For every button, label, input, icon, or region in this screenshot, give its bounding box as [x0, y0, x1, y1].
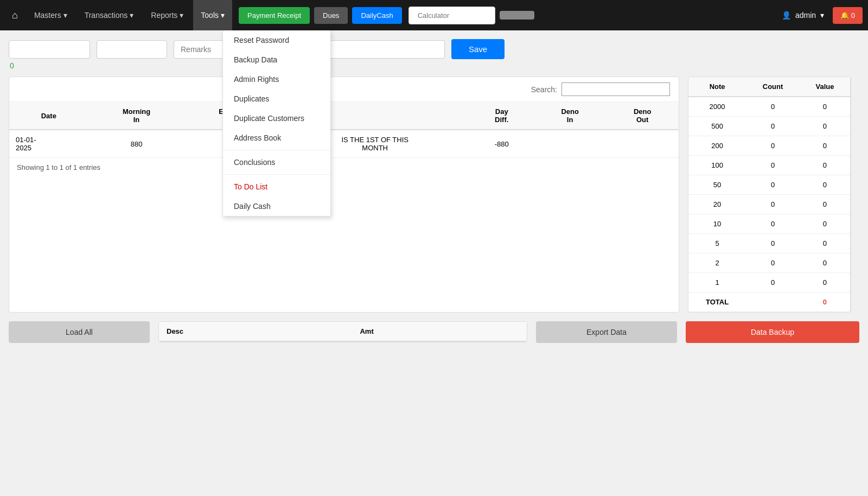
deno-table: Note Count Value 200000 50000 20000 1000… — [688, 77, 850, 312]
tools-dropdown-menu: Reset Password Backup Data Admin Rights … — [222, 30, 331, 217]
total-label: TOTAL — [688, 292, 746, 312]
cell-morning-in: 880 — [88, 130, 185, 158]
table-search-row: Search: — [9, 77, 679, 102]
desc-table: Desc Amt — [159, 322, 527, 342]
masters-label: Masters — [34, 11, 61, 20]
navbar: ⌂ Masters ▾ Transactions ▾ Reports ▾ Too… — [0, 0, 868, 30]
deno-row: 50000 — [688, 117, 850, 136]
deno-row: 20000 — [688, 136, 850, 156]
notification-button[interactable]: 🔔 0 — [833, 7, 863, 24]
transactions-label: Transactions — [85, 11, 128, 20]
main-content: 30-Jan-2025 0 Save 0 Search: Date Mornin… — [0, 30, 868, 352]
nav-masters[interactable]: Masters ▾ — [27, 0, 75, 30]
calculator-input[interactable] — [409, 7, 495, 24]
export-data-button[interactable]: Export Data — [536, 321, 677, 343]
payment-receipt-button[interactable]: Payment Receipt — [239, 7, 310, 24]
content-row: Search: Date MorningIn EveningOut DayDif… — [9, 77, 859, 313]
user-chevron-icon: ▾ — [820, 11, 824, 20]
nav-transactions[interactable]: Transactions ▾ — [77, 0, 142, 30]
masters-chevron-icon: ▾ — [63, 11, 67, 20]
deno-row: 2000 — [688, 195, 850, 214]
menu-item-duplicates[interactable]: Duplicates — [223, 89, 330, 109]
deno-row: 10000 — [688, 156, 850, 175]
transactions-chevron-icon: ▾ — [130, 11, 133, 20]
deno-total-row: TOTAL 0 — [688, 292, 850, 312]
cell-deno-in — [534, 130, 607, 158]
deno-row: 1000 — [688, 214, 850, 234]
search-input[interactable] — [561, 82, 670, 96]
username-label: admin — [795, 11, 816, 20]
menu-item-to-do-list[interactable]: To Do List — [223, 177, 330, 196]
deno-row: 200 — [688, 253, 850, 273]
menu-item-reset-password[interactable]: Reset Password — [223, 30, 330, 50]
deno-row: 5000 — [688, 175, 850, 195]
load-all-button[interactable]: Load All — [9, 321, 150, 343]
deno-row: 500 — [688, 234, 850, 253]
scrollbar[interactable] — [851, 77, 859, 313]
deno-panel: Note Count Value 200000 50000 20000 1000… — [688, 77, 851, 313]
table-row: 01-01-2025 880 0 IS THE 1ST OF THISMONTH… — [9, 130, 679, 158]
deno-col-value: Value — [800, 77, 850, 97]
desc-col-header: Desc — [159, 322, 352, 341]
user-icon: 👤 — [782, 11, 791, 20]
cell-deno-out — [606, 130, 679, 158]
form-row: 30-Jan-2025 0 Save — [9, 39, 859, 59]
desc-table-container: Desc Amt — [158, 321, 527, 342]
nav-tools[interactable]: Tools ▾ — [193, 0, 232, 30]
daily-cash-button[interactable]: DailyCash — [352, 7, 401, 24]
menu-item-duplicate-customers[interactable]: Duplicate Customers — [223, 109, 330, 128]
menu-item-backup-data[interactable]: Backup Data — [223, 50, 330, 69]
amt-col-header: Amt — [352, 322, 527, 341]
user-info: 👤 admin ▾ — [775, 11, 831, 20]
tools-label: Tools — [201, 11, 219, 20]
col-deno-out: DenoOut — [606, 102, 679, 130]
col-date: Date — [9, 102, 88, 130]
total-value: 0 — [800, 292, 850, 312]
deno-row: 200000 — [688, 97, 850, 117]
zero-indicator: 0 — [9, 61, 859, 70]
main-data-table: Date MorningIn EveningOut DayDiff. DenoI… — [9, 102, 679, 158]
save-button[interactable]: Save — [451, 39, 505, 59]
tools-chevron-icon: ▾ — [221, 11, 225, 20]
dropdown-divider — [223, 150, 330, 150]
blank-button[interactable] — [500, 11, 534, 20]
dues-button[interactable]: Dues — [314, 7, 348, 24]
menu-item-daily-cash[interactable]: Daily Cash — [223, 196, 330, 216]
nav-reports[interactable]: Reports ▾ — [143, 0, 191, 30]
home-button[interactable]: ⌂ — [5, 5, 24, 26]
col-morning-in: MorningIn — [88, 102, 185, 130]
number-input[interactable]: 0 — [97, 40, 167, 59]
reports-label: Reports — [151, 11, 177, 20]
menu-item-address-book[interactable]: Address Book — [223, 128, 330, 148]
main-table-section: Search: Date MorningIn EveningOut DayDif… — [9, 77, 679, 313]
cell-date: 01-01-2025 — [9, 130, 88, 158]
menu-item-conclusions[interactable]: Conclusions — [223, 152, 330, 172]
col-day-diff: DayDiff. — [470, 102, 534, 130]
entries-info: Showing 1 to 1 of 1 entries — [9, 158, 679, 177]
menu-item-admin-rights[interactable]: Admin Rights — [223, 69, 330, 89]
col-deno-in: DenoIn — [534, 102, 607, 130]
reports-chevron-icon: ▾ — [180, 11, 183, 20]
date-input[interactable]: 30-Jan-2025 — [9, 40, 90, 59]
deno-row: 100 — [688, 273, 850, 292]
dropdown-divider-2 — [223, 174, 330, 175]
data-backup-button[interactable]: Data Backup — [686, 321, 859, 343]
cell-day-diff: -880 — [470, 130, 534, 158]
right-panel-wrapper: Note Count Value 200000 50000 20000 1000… — [688, 77, 859, 313]
bottom-row: Load All Desc Amt Export Data Data Backu… — [9, 321, 859, 343]
deno-col-note: Note — [688, 77, 746, 97]
deno-col-count: Count — [746, 77, 800, 97]
search-label: Search: — [531, 85, 557, 94]
